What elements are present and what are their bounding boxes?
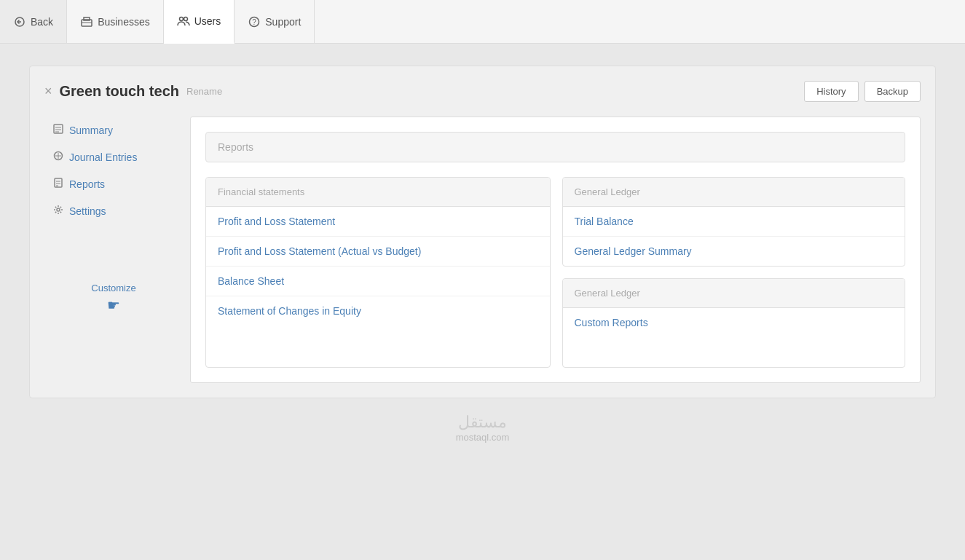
sidebar-item-reports-label: Reports bbox=[69, 178, 105, 190]
close-icon[interactable]: × bbox=[44, 84, 52, 99]
top-navigation: Back Businesses Users ? bbox=[0, 0, 965, 44]
watermark: مستقل mostaql.com bbox=[29, 413, 936, 443]
sidebar-item-settings[interactable]: Settings bbox=[44, 197, 183, 224]
custom-reports-link[interactable]: Custom Reports bbox=[563, 308, 905, 337]
nav-support[interactable]: ? Support bbox=[235, 0, 315, 43]
sidebar-item-settings-label: Settings bbox=[69, 205, 106, 217]
customize-section: Customize ☛ bbox=[44, 283, 183, 314]
settings-icon bbox=[53, 205, 63, 217]
balance-sheet-link[interactable]: Balance Sheet bbox=[206, 267, 550, 296]
back-icon bbox=[13, 15, 26, 28]
financial-statements-header: Financial statements bbox=[206, 178, 550, 207]
general-ledger-section-1: General Ledger Trial Balance General Led… bbox=[562, 177, 906, 267]
svg-point-20 bbox=[57, 208, 60, 211]
reports-header: Reports bbox=[205, 132, 905, 162]
customize-label[interactable]: Customize bbox=[91, 283, 135, 293]
rename-link[interactable]: Rename bbox=[186, 86, 222, 97]
svg-point-5 bbox=[179, 17, 183, 21]
report-sections: Financial statements Profit and Loss Sta… bbox=[205, 177, 905, 368]
trial-balance-link[interactable]: Trial Balance bbox=[563, 207, 905, 237]
card-header: × Green touch tech Rename History Backup bbox=[44, 81, 921, 102]
financial-statements-section: Financial statements Profit and Loss Sta… bbox=[205, 177, 551, 368]
main-area: × Green touch tech Rename History Backup bbox=[0, 44, 965, 465]
general-ledger-header-2: General Ledger bbox=[563, 279, 905, 308]
nav-users[interactable]: Users bbox=[164, 0, 235, 44]
summary-icon bbox=[53, 124, 63, 136]
sidebar-item-summary[interactable]: Summary bbox=[44, 117, 183, 143]
users-icon bbox=[177, 15, 190, 28]
cursor-icon: ☛ bbox=[44, 296, 183, 314]
card-body: Summary Journal Entries bbox=[44, 117, 921, 383]
profit-loss-budget-link[interactable]: Profit and Loss Statement (Actual vs Bud… bbox=[206, 237, 550, 267]
journal-icon bbox=[53, 151, 63, 163]
svg-text:?: ? bbox=[253, 18, 257, 26]
support-icon: ? bbox=[248, 15, 261, 28]
history-button[interactable]: History bbox=[804, 81, 858, 102]
general-ledger-header-1: General Ledger bbox=[563, 178, 905, 207]
reports-icon bbox=[53, 178, 63, 190]
general-ledger-section-2: General Ledger Custom Reports bbox=[562, 278, 906, 368]
watermark-url: mostaql.com bbox=[29, 432, 936, 443]
statement-changes-equity-link[interactable]: Statement of Changes in Equity bbox=[206, 296, 550, 326]
gl-summary-link[interactable]: General Ledger Summary bbox=[563, 237, 905, 267]
header-buttons: History Backup bbox=[804, 81, 921, 102]
businesses-icon bbox=[80, 15, 93, 28]
content-card: × Green touch tech Rename History Backup bbox=[29, 66, 936, 398]
sidebar: Summary Journal Entries bbox=[44, 117, 190, 383]
nav-support-label: Support bbox=[265, 16, 301, 28]
nav-businesses[interactable]: Businesses bbox=[67, 0, 164, 43]
sidebar-item-journal-label: Journal Entries bbox=[69, 151, 137, 163]
watermark-arabic: مستقل bbox=[29, 413, 936, 432]
main-panel: Reports Financial statements Profit and … bbox=[190, 117, 921, 383]
nav-back[interactable]: Back bbox=[0, 0, 67, 43]
svg-point-6 bbox=[184, 17, 187, 21]
nav-users-label: Users bbox=[194, 15, 221, 27]
company-name: Green touch tech bbox=[60, 83, 179, 100]
profit-loss-link[interactable]: Profit and Loss Statement bbox=[206, 207, 550, 237]
sidebar-item-reports[interactable]: Reports bbox=[44, 170, 183, 197]
nav-back-label: Back bbox=[31, 16, 53, 28]
card-title-area: × Green touch tech Rename bbox=[44, 83, 222, 100]
right-column: General Ledger Trial Balance General Led… bbox=[562, 177, 906, 368]
backup-button[interactable]: Backup bbox=[864, 81, 921, 102]
sidebar-item-journal-entries[interactable]: Journal Entries bbox=[44, 143, 183, 170]
svg-rect-3 bbox=[84, 17, 90, 20]
nav-businesses-label: Businesses bbox=[98, 16, 150, 28]
sidebar-item-summary-label: Summary bbox=[69, 125, 113, 136]
